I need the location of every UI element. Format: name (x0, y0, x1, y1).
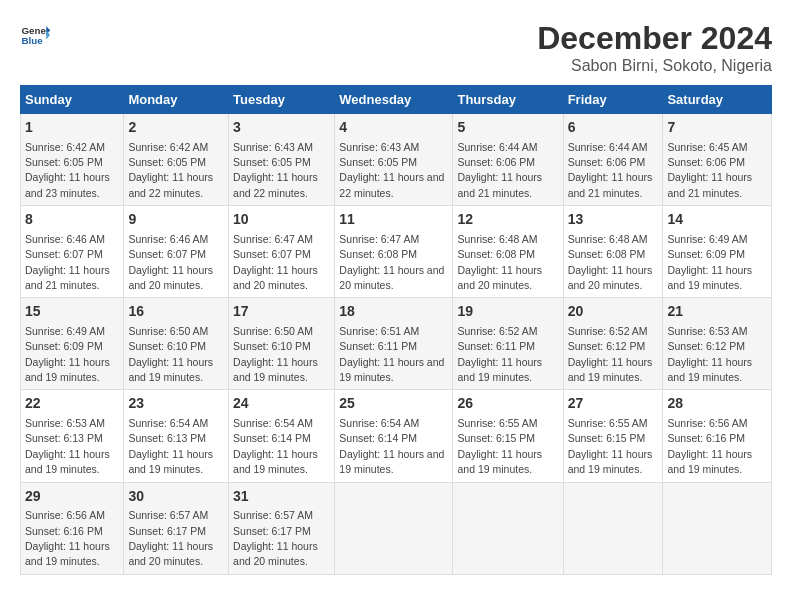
sunrise-text: Sunrise: 6:50 AM (233, 325, 313, 337)
daylight-text: Daylight: 11 hours and 19 minutes. (25, 540, 110, 567)
sunset-text: Sunset: 6:16 PM (667, 432, 745, 444)
daylight-text: Daylight: 11 hours and 19 minutes. (339, 448, 444, 475)
daylight-text: Daylight: 11 hours and 19 minutes. (25, 448, 110, 475)
week-row-2: 8Sunrise: 6:46 AMSunset: 6:07 PMDaylight… (21, 206, 772, 298)
day-cell: 13Sunrise: 6:48 AMSunset: 6:08 PMDayligh… (563, 206, 663, 298)
day-number: 2 (128, 118, 224, 138)
day-cell: 9Sunrise: 6:46 AMSunset: 6:07 PMDaylight… (124, 206, 229, 298)
sunrise-text: Sunrise: 6:54 AM (233, 417, 313, 429)
sunrise-text: Sunrise: 6:47 AM (339, 233, 419, 245)
sunrise-text: Sunrise: 6:52 AM (457, 325, 537, 337)
col-header-saturday: Saturday (663, 86, 772, 114)
sunrise-text: Sunrise: 6:44 AM (457, 141, 537, 153)
day-number: 15 (25, 302, 119, 322)
title-area: December 2024 Sabon Birni, Sokoto, Niger… (537, 20, 772, 75)
sunrise-text: Sunrise: 6:55 AM (568, 417, 648, 429)
day-cell: 6Sunrise: 6:44 AMSunset: 6:06 PMDaylight… (563, 114, 663, 206)
daylight-text: Daylight: 11 hours and 20 minutes. (128, 540, 213, 567)
day-number: 7 (667, 118, 767, 138)
sunrise-text: Sunrise: 6:46 AM (25, 233, 105, 245)
day-number: 6 (568, 118, 659, 138)
day-cell: 31Sunrise: 6:57 AMSunset: 6:17 PMDayligh… (229, 482, 335, 574)
sunrise-text: Sunrise: 6:42 AM (128, 141, 208, 153)
daylight-text: Daylight: 11 hours and 19 minutes. (128, 356, 213, 383)
daylight-text: Daylight: 11 hours and 19 minutes. (568, 356, 653, 383)
daylight-text: Daylight: 11 hours and 23 minutes. (25, 171, 110, 198)
day-number: 3 (233, 118, 330, 138)
day-cell: 14Sunrise: 6:49 AMSunset: 6:09 PMDayligh… (663, 206, 772, 298)
day-number: 18 (339, 302, 448, 322)
daylight-text: Daylight: 11 hours and 21 minutes. (667, 171, 752, 198)
sunrise-text: Sunrise: 6:54 AM (339, 417, 419, 429)
daylight-text: Daylight: 11 hours and 20 minutes. (233, 264, 318, 291)
day-cell: 23Sunrise: 6:54 AMSunset: 6:13 PMDayligh… (124, 390, 229, 482)
header-row: SundayMondayTuesdayWednesdayThursdayFrid… (21, 86, 772, 114)
day-cell: 21Sunrise: 6:53 AMSunset: 6:12 PMDayligh… (663, 298, 772, 390)
sunset-text: Sunset: 6:14 PM (339, 432, 417, 444)
sunrise-text: Sunrise: 6:56 AM (667, 417, 747, 429)
day-cell (663, 482, 772, 574)
day-number: 19 (457, 302, 558, 322)
sunrise-text: Sunrise: 6:43 AM (233, 141, 313, 153)
sunset-text: Sunset: 6:08 PM (339, 248, 417, 260)
sunset-text: Sunset: 6:15 PM (457, 432, 535, 444)
day-cell: 7Sunrise: 6:45 AMSunset: 6:06 PMDaylight… (663, 114, 772, 206)
col-header-monday: Monday (124, 86, 229, 114)
day-cell: 15Sunrise: 6:49 AMSunset: 6:09 PMDayligh… (21, 298, 124, 390)
sunset-text: Sunset: 6:11 PM (339, 340, 417, 352)
sunset-text: Sunset: 6:15 PM (568, 432, 646, 444)
day-cell: 17Sunrise: 6:50 AMSunset: 6:10 PMDayligh… (229, 298, 335, 390)
daylight-text: Daylight: 11 hours and 19 minutes. (568, 448, 653, 475)
sunrise-text: Sunrise: 6:53 AM (667, 325, 747, 337)
sunset-text: Sunset: 6:06 PM (667, 156, 745, 168)
day-number: 16 (128, 302, 224, 322)
sunset-text: Sunset: 6:13 PM (128, 432, 206, 444)
sunset-text: Sunset: 6:07 PM (128, 248, 206, 260)
sunrise-text: Sunrise: 6:52 AM (568, 325, 648, 337)
daylight-text: Daylight: 11 hours and 20 minutes. (233, 540, 318, 567)
sunrise-text: Sunrise: 6:55 AM (457, 417, 537, 429)
sunset-text: Sunset: 6:16 PM (25, 525, 103, 537)
day-number: 25 (339, 394, 448, 414)
sunrise-text: Sunrise: 6:57 AM (128, 509, 208, 521)
week-row-3: 15Sunrise: 6:49 AMSunset: 6:09 PMDayligh… (21, 298, 772, 390)
calendar-table: SundayMondayTuesdayWednesdayThursdayFrid… (20, 85, 772, 575)
col-header-tuesday: Tuesday (229, 86, 335, 114)
logo-icon: General Blue (20, 20, 50, 50)
sunrise-text: Sunrise: 6:48 AM (457, 233, 537, 245)
daylight-text: Daylight: 11 hours and 19 minutes. (457, 356, 542, 383)
sunrise-text: Sunrise: 6:48 AM (568, 233, 648, 245)
sunset-text: Sunset: 6:09 PM (667, 248, 745, 260)
sunset-text: Sunset: 6:08 PM (568, 248, 646, 260)
day-number: 10 (233, 210, 330, 230)
day-cell (563, 482, 663, 574)
sunrise-text: Sunrise: 6:45 AM (667, 141, 747, 153)
daylight-text: Daylight: 11 hours and 22 minutes. (339, 171, 444, 198)
day-cell: 24Sunrise: 6:54 AMSunset: 6:14 PMDayligh… (229, 390, 335, 482)
sunrise-text: Sunrise: 6:51 AM (339, 325, 419, 337)
col-header-thursday: Thursday (453, 86, 563, 114)
day-number: 22 (25, 394, 119, 414)
week-row-5: 29Sunrise: 6:56 AMSunset: 6:16 PMDayligh… (21, 482, 772, 574)
sunrise-text: Sunrise: 6:56 AM (25, 509, 105, 521)
sunrise-text: Sunrise: 6:44 AM (568, 141, 648, 153)
daylight-text: Daylight: 11 hours and 21 minutes. (25, 264, 110, 291)
day-number: 12 (457, 210, 558, 230)
sunset-text: Sunset: 6:13 PM (25, 432, 103, 444)
sunset-text: Sunset: 6:07 PM (25, 248, 103, 260)
sunset-text: Sunset: 6:14 PM (233, 432, 311, 444)
day-number: 24 (233, 394, 330, 414)
sunrise-text: Sunrise: 6:46 AM (128, 233, 208, 245)
daylight-text: Daylight: 11 hours and 21 minutes. (568, 171, 653, 198)
daylight-text: Daylight: 11 hours and 19 minutes. (667, 356, 752, 383)
daylight-text: Daylight: 11 hours and 19 minutes. (25, 356, 110, 383)
sunrise-text: Sunrise: 6:53 AM (25, 417, 105, 429)
svg-text:General: General (22, 25, 51, 36)
page-header: General Blue December 2024 Sabon Birni, … (20, 20, 772, 75)
sunset-text: Sunset: 6:08 PM (457, 248, 535, 260)
day-cell: 12Sunrise: 6:48 AMSunset: 6:08 PMDayligh… (453, 206, 563, 298)
sunrise-text: Sunrise: 6:42 AM (25, 141, 105, 153)
day-cell: 5Sunrise: 6:44 AMSunset: 6:06 PMDaylight… (453, 114, 563, 206)
day-cell: 11Sunrise: 6:47 AMSunset: 6:08 PMDayligh… (335, 206, 453, 298)
day-number: 21 (667, 302, 767, 322)
